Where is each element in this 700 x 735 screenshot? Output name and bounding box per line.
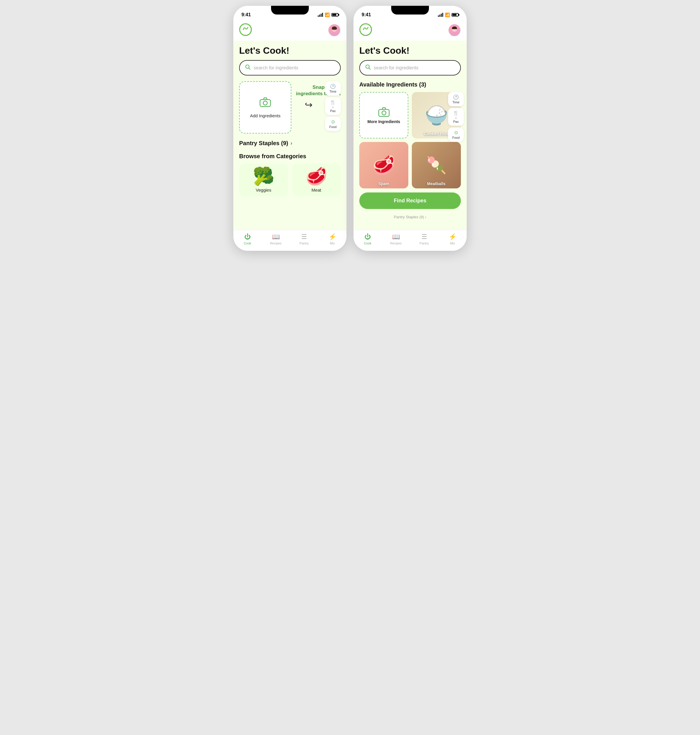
app-logo-right[interactable] [359, 23, 372, 37]
nav-recipes-right[interactable]: 📖 Recipes [382, 233, 410, 245]
filter-pills-right: 🕐 Time 🍴 1 Pax ⊙ Food [448, 92, 464, 141]
search-icon-right [365, 64, 371, 71]
camera-icon [259, 97, 271, 110]
food-label-right: Food [452, 136, 459, 139]
battery-icon [331, 13, 338, 16]
veggies-label: Veggies [256, 187, 271, 193]
signal-icon [318, 13, 323, 17]
nav-pantry-right[interactable]: ☰ Pantry [410, 233, 438, 245]
search-icon [245, 64, 251, 71]
page-title: Let's Cook! [239, 41, 341, 60]
cook-label: Cook [244, 242, 251, 245]
search-bar[interactable]: search for ingredients [239, 60, 341, 75]
search-bar-right[interactable]: search for ingredients [359, 60, 461, 75]
available-title: Available Ingredients (3) [359, 81, 461, 88]
more-ingredients-card[interactable]: More Ingredients [359, 92, 408, 138]
main-content-right: Let's Cook! search for ingredients Avail… [353, 41, 467, 230]
svg-point-8 [360, 24, 372, 35]
add-ingredients-label: Add Ingredients [250, 113, 280, 118]
signal-icon-right [438, 13, 443, 17]
arrow-icon: ↩ [305, 99, 313, 110]
recipes-icon: 📖 [272, 233, 280, 241]
mix-icon-right: ⚡ [449, 233, 456, 241]
browse-title: Browse from Categories [239, 153, 341, 160]
nav-cook[interactable]: ⏻ Cook [233, 233, 262, 245]
svg-point-1 [331, 32, 338, 36]
bottom-nav: ⏻ Cook 📖 Recipes ☰ Pantry ⚡ Mix [233, 230, 347, 251]
wifi-icon-right: 📶 [445, 12, 450, 17]
more-ingredients-label: More Ingredients [368, 119, 400, 124]
nav-cook-right[interactable]: ⏻ Cook [353, 233, 382, 245]
nav-mix[interactable]: ⚡ Mix [318, 233, 347, 245]
notch-right [391, 6, 429, 15]
scroll-hint: Pantry Staples (9) › [359, 214, 461, 220]
mix-icon: ⚡ [328, 233, 336, 241]
svg-point-9 [451, 32, 458, 36]
avatar-right[interactable] [448, 24, 461, 37]
svg-point-14 [382, 111, 386, 115]
time-label: Time [329, 90, 336, 93]
mix-label-right: Mix [450, 242, 455, 245]
add-ingredients-button[interactable]: Add Ingredients [239, 81, 291, 134]
svg-line-12 [369, 68, 370, 69]
filter-pill-time-right[interactable]: 🕐 Time [448, 92, 464, 106]
status-time: 9:41 [241, 12, 251, 18]
filter-pill-time[interactable]: 🕐 Time [325, 81, 341, 96]
status-icons: 📶 [318, 12, 338, 17]
svg-point-0 [240, 24, 251, 35]
app-header-right [353, 20, 467, 41]
snap-section: Add Ingredients Snap to addingredients t… [239, 81, 341, 134]
search-placeholder: search for ingredients [254, 65, 299, 71]
bottom-nav-right: ⏻ Cook 📖 Recipes ☰ Pantry ⚡ Mix [353, 230, 467, 251]
mix-label: Mix [330, 242, 335, 245]
page-title-right: Let's Cook! [359, 41, 461, 60]
snap-info: Snap to addingredients to start ↩ 🕐 Time… [295, 81, 341, 110]
nav-pantry[interactable]: ☰ Pantry [290, 233, 318, 245]
app-header [233, 20, 347, 41]
filter-pill-pax-right[interactable]: 🍴 1 Pax [448, 108, 464, 126]
find-recipes-button[interactable]: Find Recipes [359, 193, 461, 209]
food-icon-right: ⊙ [454, 130, 458, 135]
spam-card[interactable]: 🥩 Spam [359, 142, 408, 189]
spam-label: Spam [359, 181, 408, 186]
meat-label: Meat [312, 187, 321, 193]
search-placeholder-right: search for ingredients [374, 65, 419, 71]
food-label: Food [329, 125, 336, 128]
filter-pill-pax[interactable]: 🍴 1 Pax [325, 97, 341, 115]
nav-mix-right[interactable]: ⚡ Mix [438, 233, 467, 245]
pantry-label: Pantry Staples (9) [239, 140, 288, 147]
ingredients-grid: More Ingredients 🍚 Cooked Rice 🥩 Spam 🍡 [359, 92, 461, 189]
meatballs-card[interactable]: 🍡 Meatballs [412, 142, 461, 189]
recipes-icon-right: 📖 [392, 233, 400, 241]
category-veggies[interactable]: 🥦 Veggies [239, 164, 288, 196]
cook-icon: ⏻ [244, 233, 251, 241]
pax-icon: 🍴 [330, 100, 336, 105]
left-phone: 9:41 📶 [233, 6, 347, 251]
filter-pill-food-right[interactable]: ⊙ Food [448, 127, 464, 141]
recipes-label: Recipes [270, 242, 281, 245]
battery-icon-right [451, 13, 459, 16]
cook-label-right: Cook [364, 242, 372, 245]
svg-point-7 [263, 101, 267, 105]
status-time-right: 9:41 [362, 12, 371, 18]
avatar[interactable] [328, 24, 341, 37]
filter-pill-food[interactable]: ⊙ Food [325, 117, 341, 131]
recipes-label-right: Recipes [390, 242, 401, 245]
svg-rect-13 [379, 109, 389, 116]
food-icon: ⊙ [331, 119, 335, 125]
meat-emoji: 🥩 [306, 168, 327, 185]
time-label-right: Time [453, 100, 459, 104]
time-icon-right: 🕐 [453, 94, 459, 100]
pax-label-right: Pax [453, 120, 459, 123]
pantry-icon-right: ☰ [421, 233, 427, 241]
svg-line-5 [249, 68, 250, 69]
app-logo[interactable] [239, 23, 252, 37]
category-grid: 🥦 Veggies 🥩 Meat [239, 164, 341, 196]
category-meat[interactable]: 🥩 Meat [292, 164, 341, 196]
right-phone: 9:41 📶 Let's Cook! [353, 6, 467, 251]
pantry-nav-label: Pantry [300, 242, 309, 245]
filter-pills: 🕐 Time 🍴 1 Pax ⊙ Food [325, 81, 341, 131]
pantry-chevron-icon: › [291, 140, 292, 146]
pantry-row[interactable]: Pantry Staples (9) › [239, 139, 341, 148]
nav-recipes[interactable]: 📖 Recipes [262, 233, 290, 245]
